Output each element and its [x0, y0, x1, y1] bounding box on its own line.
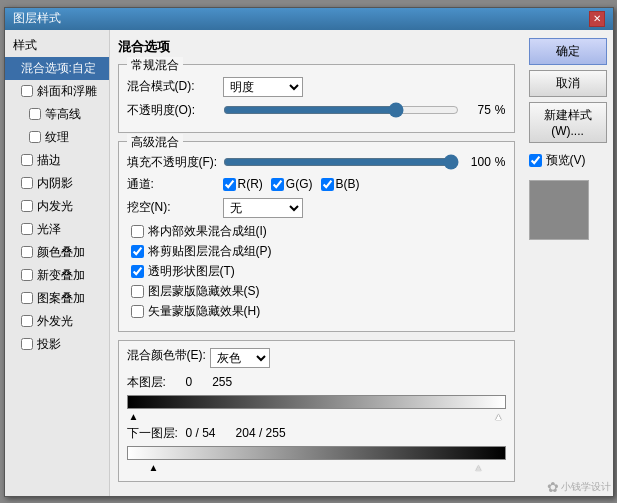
- sidebar-check-inner-glow[interactable]: [21, 200, 33, 212]
- new-style-button[interactable]: 新建样式(W)....: [529, 102, 607, 143]
- cancel-button[interactable]: 取消: [529, 70, 607, 97]
- next-layer-row: 下一图层: 0 / 54 204 / 255: [127, 425, 506, 442]
- preview-row: 预览(V): [529, 152, 607, 169]
- sidebar-item-inner-glow[interactable]: 内发光: [5, 195, 109, 218]
- sidebar-item-satin[interactable]: 光泽: [5, 218, 109, 241]
- channel-b[interactable]: B(B): [321, 177, 360, 191]
- check-clip-layers-label: 将剪贴图层混合成组(P): [148, 243, 272, 260]
- blend-mode-select[interactable]: 明度 正常 溶解 正片叠底: [223, 77, 303, 97]
- opacity-value: 75: [463, 103, 491, 117]
- fill-opacity-row: 填充不透明度(F): 100 %: [127, 154, 506, 171]
- thumb-right-white-2[interactable]: ▲: [474, 462, 484, 473]
- sidebar-check-inner-shadow[interactable]: [21, 177, 33, 189]
- sidebar-item-drop-shadow[interactable]: 投影: [5, 333, 109, 356]
- check-internal-effects[interactable]: 将内部效果混合成组(I): [131, 223, 506, 240]
- knockout-select[interactable]: 无 浅 深: [223, 198, 303, 218]
- color-band-title-row: 混合颜色带(E): 灰色 红色 绿色 蓝色: [127, 347, 506, 370]
- sidebar-check-bevel[interactable]: [21, 85, 33, 97]
- sidebar-item-pattern-overlay[interactable]: 图案叠加: [5, 287, 109, 310]
- color-band-section: 混合颜色带(E): 灰色 红色 绿色 蓝色 本图层: 0 255: [118, 340, 515, 482]
- thumb-right-white[interactable]: ▲: [494, 411, 504, 422]
- sidebar-item-texture[interactable]: 纹理: [5, 126, 109, 149]
- fill-opacity-label: 填充不透明度(F):: [127, 154, 218, 171]
- blend-mode-row: 混合模式(D): 明度 正常 溶解 正片叠底: [127, 77, 506, 97]
- sidebar-item-blend-options[interactable]: 混合选项:自定: [5, 57, 109, 80]
- channel-r[interactable]: R(R): [223, 177, 263, 191]
- channel-r-check[interactable]: [223, 178, 236, 191]
- sidebar-item-outer-glow[interactable]: 外发光: [5, 310, 109, 333]
- this-layer-values: 0 255: [186, 375, 233, 389]
- sidebar-item-inner-shadow[interactable]: 内阴影: [5, 172, 109, 195]
- sidebar-check-gradient-overlay[interactable]: [21, 269, 33, 281]
- check-transparent-shape-input[interactable]: [131, 265, 144, 278]
- next-layer-val1: 0 / 54: [186, 426, 216, 440]
- check-layer-mask-label: 图层蒙版隐藏效果(S): [148, 283, 260, 300]
- color-band-title-label: 混合颜色带(E):: [127, 347, 206, 364]
- channel-g[interactable]: G(G): [271, 177, 313, 191]
- this-layer-gradient-bar: [127, 395, 506, 409]
- check-vector-mask[interactable]: 矢量蒙版隐藏效果(H): [131, 303, 506, 320]
- advanced-blend-title: 高级混合: [127, 134, 183, 151]
- next-layer-val2: 204 / 255: [236, 426, 286, 440]
- channel-b-check[interactable]: [321, 178, 334, 191]
- sidebar-item-contour[interactable]: 等高线: [5, 103, 109, 126]
- fill-opacity-slider-container: 100 %: [223, 155, 505, 169]
- check-layer-mask[interactable]: 图层蒙版隐藏效果(S): [131, 283, 506, 300]
- ok-button[interactable]: 确定: [529, 38, 607, 65]
- sidebar-check-texture[interactable]: [29, 131, 41, 143]
- sidebar-check-contour[interactable]: [29, 108, 41, 120]
- watermark-text: 小钱学设计: [561, 480, 611, 494]
- sidebar-item-bevel[interactable]: 斜面和浮雕: [5, 80, 109, 103]
- advanced-checkboxes: 将内部效果混合成组(I) 将剪贴图层混合成组(P) 透明形状图层(T): [131, 223, 506, 320]
- section-title: 混合选项: [118, 38, 515, 56]
- sidebar-check-stroke[interactable]: [21, 154, 33, 166]
- check-vector-mask-label: 矢量蒙版隐藏效果(H): [148, 303, 261, 320]
- opacity-slider-container: 75 %: [223, 103, 506, 117]
- knockout-row: 挖空(N): 无 浅 深: [127, 198, 506, 218]
- advanced-blend-group: 高级混合 填充不透明度(F): 100 % 通道:: [118, 141, 515, 332]
- sidebar-check-drop-shadow[interactable]: [21, 338, 33, 350]
- channels-container: R(R) G(G) B(B): [223, 177, 360, 191]
- sidebar-item-gradient-overlay[interactable]: 新变叠加: [5, 264, 109, 287]
- check-clip-layers[interactable]: 将剪贴图层混合成组(P): [131, 243, 506, 260]
- layer-style-dialog: 图层样式 ✕ 样式 混合选项:自定 斜面和浮雕 等高线 纹理: [4, 7, 614, 497]
- opacity-row: 不透明度(O): 75 %: [127, 102, 506, 119]
- sidebar-check-pattern-overlay[interactable]: [21, 292, 33, 304]
- sidebar-check-color-overlay[interactable]: [21, 246, 33, 258]
- sidebar: 样式 混合选项:自定 斜面和浮雕 等高线 纹理 描边: [5, 30, 110, 496]
- sidebar-item-label: 混合选项:自定: [21, 60, 96, 77]
- check-clip-layers-input[interactable]: [131, 245, 144, 258]
- watermark-icon: ✿: [547, 479, 559, 495]
- fill-opacity-slider[interactable]: [223, 155, 459, 169]
- sidebar-check-satin[interactable]: [21, 223, 33, 235]
- check-transparent-shape[interactable]: 透明形状图层(T): [131, 263, 506, 280]
- sidebar-item-label: 光泽: [37, 221, 61, 238]
- sidebar-check-outer-glow[interactable]: [21, 315, 33, 327]
- sidebar-item-label: 外发光: [37, 313, 73, 330]
- sidebar-item-color-overlay[interactable]: 颜色叠加: [5, 241, 109, 264]
- right-buttons: 确定 取消 新建样式(W).... 预览(V) ✿ 小钱学设计: [523, 30, 613, 496]
- check-layer-mask-input[interactable]: [131, 285, 144, 298]
- channel-g-check[interactable]: [271, 178, 284, 191]
- sidebar-item-stroke[interactable]: 描边: [5, 149, 109, 172]
- thumb-left-black-2[interactable]: ▲: [149, 462, 159, 473]
- normal-blend-title: 常规混合: [127, 57, 183, 74]
- next-layer-gradient-bar: [127, 446, 506, 460]
- next-layer-values: 0 / 54 204 / 255: [186, 426, 286, 440]
- color-band-select[interactable]: 灰色 红色 绿色 蓝色: [210, 348, 270, 368]
- next-layer-thumbs: ▲ ▲: [127, 462, 506, 472]
- check-vector-mask-input[interactable]: [131, 305, 144, 318]
- check-internal-effects-input[interactable]: [131, 225, 144, 238]
- close-button[interactable]: ✕: [589, 11, 605, 27]
- title-bar: 图层样式 ✕: [5, 8, 613, 30]
- sidebar-item-label: 图案叠加: [37, 290, 85, 307]
- thumb-left-black[interactable]: ▲: [129, 411, 139, 422]
- sidebar-item-label: 投影: [37, 336, 61, 353]
- sidebar-item-label: 内阴影: [37, 175, 73, 192]
- this-layer-label: 本图层:: [127, 374, 182, 391]
- this-layer-end: 255: [212, 375, 232, 389]
- opacity-slider[interactable]: [223, 103, 459, 117]
- sidebar-item-label: 纹理: [45, 129, 69, 146]
- sidebar-item-label: 颜色叠加: [37, 244, 85, 261]
- preview-checkbox[interactable]: [529, 154, 542, 167]
